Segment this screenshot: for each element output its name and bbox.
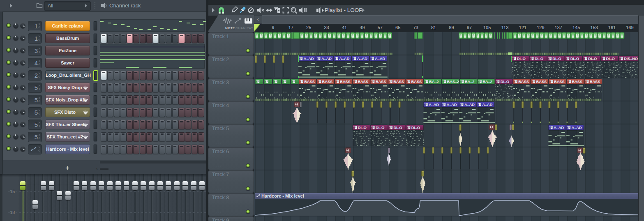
svg-text:A..AD: A..AD [375,56,385,61]
svg-text:A..AD: A..AD [304,56,314,61]
svg-text:DI..O: DI..O [552,56,561,61]
svg-text:A..AD: A..AD [357,56,367,61]
svg-text:A..AD: A..AD [554,125,564,130]
svg-text:DI..O: DI..O [376,125,384,130]
svg-text:A..AD: A..AD [339,56,349,61]
svg-text:BA..2: BA..2 [465,79,474,84]
svg-text:DI..O: DI..O [606,56,615,61]
svg-text:DI..O: DI..O [535,56,543,61]
svg-text:BASS: BASS [572,79,582,84]
svg-text:BA..2: BA..2 [482,79,492,84]
svg-text:BASS: BASS [590,79,600,84]
svg-text:DI..O: DI..O [393,125,402,130]
svg-text:A..AD: A..AD [572,125,582,130]
svg-text:DI..O: DI..O [588,56,597,61]
svg-text:A..AD: A..AD [429,102,439,107]
svg-text:BASS: BASS [536,79,547,84]
svg-text:BASS: BASS [376,79,386,84]
svg-text:DI..O: DI..O [501,79,509,84]
svg-text:BASS: BASS [358,79,368,84]
svg-text:DI..O: DI..O [517,56,526,61]
svg-text:DI..O: DI..O [411,125,420,130]
svg-text:DIS..NO: DIS..NO [624,56,638,61]
svg-text:BASS: BASS [518,79,529,84]
svg-text:Hardcore - Mix level: Hardcore - Mix level [261,193,304,198]
svg-text:BASS: BASS [304,79,315,84]
svg-text:A..AD: A..AD [464,102,475,107]
svg-text:DI..O: DI..O [358,125,367,130]
svg-text:DI..O: DI..O [570,56,579,61]
svg-text:BAS..2: BAS..2 [447,79,459,84]
svg-text:BA..2: BA..2 [429,79,439,84]
svg-text:BASS: BASS [393,79,404,84]
svg-text:BASS: BASS [340,79,351,84]
svg-text:A..AD: A..AD [321,56,332,61]
svg-text:BASS: BASS [411,79,422,84]
svg-text:A..AD: A..AD [482,102,492,107]
svg-text:BASS: BASS [554,79,565,84]
svg-text:BASS: BASS [322,79,333,84]
svg-text:A..AD: A..AD [447,102,457,107]
